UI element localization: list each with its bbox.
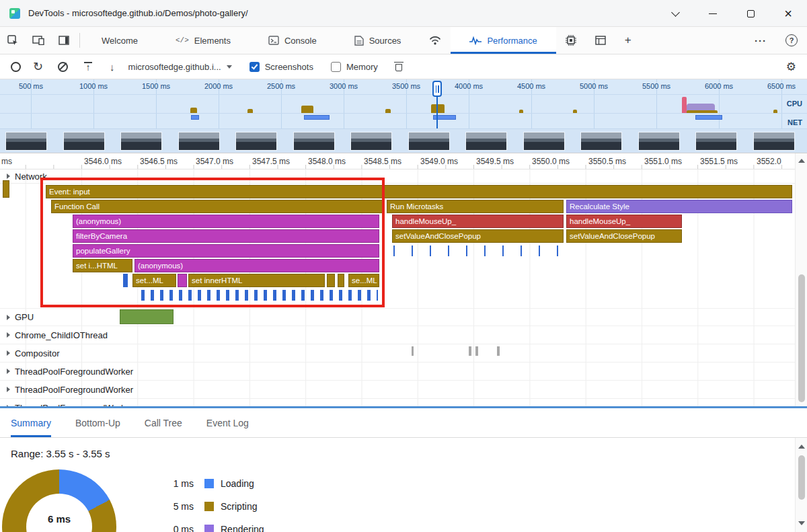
track-threadpool-worker-3[interactable]: ThreadPoolForegroundWorker [0, 398, 795, 406]
tab-label: Welcome [102, 36, 138, 46]
screenshot-thumbnail[interactable] [465, 132, 507, 151]
load-profile-button[interactable]: ↑ [84, 62, 92, 71]
screenshot-thumbnail[interactable] [580, 132, 622, 151]
flame-micro-events[interactable] [393, 245, 558, 256]
flame-bar-recalculate-style[interactable]: Recalculate Style [566, 200, 792, 213]
overview-tick: 3000 ms [317, 82, 371, 90]
more-tabs-button[interactable]: + [615, 27, 641, 54]
capture-settings-button[interactable]: ⚙ [786, 60, 796, 74]
overview-tick: 5000 ms [567, 82, 621, 90]
screenshot-thumbnail[interactable] [5, 132, 47, 151]
overview-tick: 4500 ms [504, 82, 558, 90]
gpu-activity-bar[interactable] [120, 309, 174, 324]
focus-mode-button[interactable] [51, 27, 77, 54]
delete-recording-button[interactable] [394, 62, 404, 72]
tab-call-tree[interactable]: Call Tree [145, 408, 182, 437]
cpu-activity-spike [682, 97, 687, 113]
overview-tick: 1000 ms [67, 82, 120, 90]
help-button[interactable]: ? [776, 27, 807, 54]
device-emulation-button[interactable] [26, 27, 51, 54]
maximize-button[interactable] [732, 0, 769, 27]
track-gpu-label: GPU [15, 312, 34, 322]
screenshot-thumbnail[interactable] [523, 132, 565, 151]
screenshot-thumbnail[interactable] [120, 132, 162, 151]
scrollbar-thumb[interactable] [798, 274, 805, 402]
dock-chevron-button[interactable] [656, 0, 694, 27]
screenshot-thumbnail[interactable] [293, 132, 335, 151]
overview-tick: 3500 ms [379, 82, 433, 90]
overview-scrubber-line [436, 97, 438, 129]
rendering-swatch-icon [204, 525, 214, 532]
tab-event-log[interactable]: Event Log [206, 408, 249, 437]
inspect-element-button[interactable] [0, 27, 26, 54]
devtools-tab-bar: Welcome </> Elements Console Sources Per… [0, 27, 807, 54]
device-toolbar-icon [32, 36, 44, 45]
screenshots-checkbox[interactable] [249, 62, 260, 72]
reload-and-record-button[interactable]: ↻ [33, 61, 43, 73]
screenshot-thumbnail[interactable] [235, 132, 277, 151]
tab-welcome[interactable]: Welcome [83, 27, 157, 54]
minimize-button[interactable] [694, 0, 732, 27]
overview-divider [0, 113, 807, 114]
memory-label[interactable]: Memory [346, 62, 378, 72]
tab-performance[interactable]: Performance [451, 27, 555, 54]
track-compositor[interactable]: Compositor [0, 344, 795, 362]
flame-bar-set-value-close-popup[interactable]: setValueAndClosePopup [392, 229, 564, 243]
tab-label: Console [284, 36, 317, 46]
close-button[interactable]: × [769, 0, 807, 27]
screenshot-thumbnail[interactable] [63, 132, 105, 151]
tab-summary[interactable]: Summary [11, 408, 51, 437]
screenshot-thumbnail[interactable] [638, 132, 680, 151]
scrollbar-down-icon[interactable] [798, 521, 805, 525]
track-threadpool-worker-1[interactable]: ThreadPoolForegroundWorker [0, 362, 795, 380]
overview-tick: 500 ms [4, 82, 58, 90]
scrollbar-thumb[interactable] [798, 455, 805, 500]
maximize-icon [747, 10, 755, 17]
tab-console[interactable]: Console [249, 27, 336, 54]
record-button[interactable] [11, 62, 21, 72]
screenshot-thumbnail[interactable] [753, 132, 795, 151]
clear-recording-button[interactable] [58, 62, 68, 72]
disclosure-triangle-icon [7, 332, 10, 338]
scrollbar-up-icon[interactable] [798, 445, 805, 449]
tab-application[interactable] [586, 27, 615, 54]
sources-icon [354, 36, 364, 46]
cpu-activity [190, 108, 197, 113]
tab-sources[interactable]: Sources [336, 27, 420, 54]
flame-bar-handle-mouse-up[interactable]: handleMouseUp_ [392, 215, 564, 228]
overview-tick: 5500 ms [629, 82, 683, 90]
timeline-overview[interactable]: 500 ms 1000 ms 1500 ms 2000 ms 2500 ms 3… [0, 79, 807, 129]
screenshot-filmstrip [0, 129, 807, 153]
network-request-fragment[interactable] [3, 180, 9, 198]
overview-scrubber-handle[interactable] [432, 81, 442, 97]
save-profile-button[interactable]: ↓ [110, 61, 115, 73]
tab-network[interactable] [420, 27, 451, 54]
screenshots-label[interactable]: Screenshots [265, 62, 313, 72]
memory-checkbox[interactable] [331, 62, 341, 72]
track-compositor-label: Compositor [15, 348, 59, 358]
cpu-activity [773, 110, 777, 113]
disclosure-triangle-icon [7, 387, 10, 392]
screenshot-thumbnail[interactable] [178, 132, 220, 151]
flame-bar-handle-mouse-up[interactable]: handleMouseUp_ [566, 215, 682, 228]
tab-elements[interactable]: </> Elements [157, 27, 249, 54]
page-select-dropdown[interactable]: microsoftedge.github.i... [128, 62, 232, 72]
toolbar-divider [79, 33, 80, 48]
screenshot-thumbnail[interactable] [408, 132, 450, 151]
flame-bar-set-value-close-popup[interactable]: setValueAndClosePopup [566, 229, 682, 243]
more-options-button[interactable]: ··· [745, 27, 776, 54]
tracks-scrollbar[interactable] [795, 153, 807, 406]
summary-scrollbar[interactable] [795, 438, 807, 532]
track-chrome-childiothread[interactable]: Chrome_ChildIOThread [0, 326, 795, 344]
screenshot-thumbnail[interactable] [695, 132, 737, 151]
screenshot-thumbnail[interactable] [350, 132, 392, 151]
cpu-activity [385, 109, 391, 113]
track-threadpool-worker-2[interactable]: ThreadPoolForegroundWorker [0, 380, 795, 398]
tab-memory[interactable] [556, 27, 586, 54]
scrollbar-up-icon[interactable] [798, 159, 805, 163]
net-activity [191, 115, 199, 120]
memory-chip-icon [566, 35, 576, 46]
tab-bottom-up[interactable]: Bottom-Up [75, 408, 120, 437]
flame-bar-run-microtasks[interactable]: Run Microtasks [387, 200, 564, 213]
arrow-up-icon: ↑ [86, 63, 91, 71]
